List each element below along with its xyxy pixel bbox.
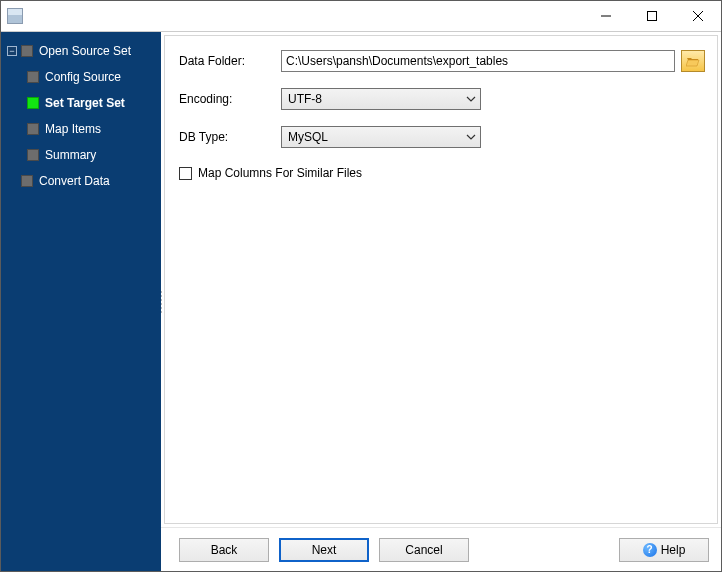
data-folder-input[interactable] — [281, 50, 675, 72]
step-marker-icon — [27, 123, 39, 135]
minimize-icon — [601, 11, 611, 21]
window-controls — [583, 1, 721, 31]
cancel-button[interactable]: Cancel — [379, 538, 469, 562]
chevron-down-icon — [466, 94, 476, 104]
next-button[interactable]: Next — [279, 538, 369, 562]
grip-icon — [160, 290, 163, 314]
db-type-label: DB Type: — [179, 130, 281, 144]
step-marker-icon — [21, 45, 33, 57]
back-button[interactable]: Back — [179, 538, 269, 562]
minimize-button[interactable] — [583, 1, 629, 31]
sidebar-item-map-items[interactable]: Map Items — [27, 116, 161, 142]
sidebar-item-open-source-set[interactable]: − Open Source Set — [7, 38, 161, 64]
sidebar-item-label: Map Items — [45, 122, 101, 136]
chevron-down-icon — [466, 132, 476, 142]
db-type-select[interactable]: MySQL — [281, 126, 481, 148]
help-button[interactable]: ? Help — [619, 538, 709, 562]
svg-rect-1 — [648, 12, 657, 21]
wizard-sidebar: − Open Source Set Config Source Set Targ… — [1, 32, 161, 571]
step-marker-icon — [27, 97, 39, 109]
app-window: − Open Source Set Config Source Set Targ… — [0, 0, 722, 572]
sidebar-item-label: Convert Data — [39, 174, 110, 188]
checkbox-icon — [179, 167, 192, 180]
sidebar-item-label: Set Target Set — [45, 96, 125, 110]
encoding-select[interactable]: UTF-8 — [281, 88, 481, 110]
sidebar-item-summary[interactable]: Summary — [27, 142, 161, 168]
step-marker-icon — [27, 149, 39, 161]
step-marker-icon — [21, 175, 33, 187]
back-button-label: Back — [211, 543, 238, 557]
titlebar — [1, 1, 721, 31]
encoding-value: UTF-8 — [288, 92, 322, 106]
map-columns-checkbox[interactable]: Map Columns For Similar Files — [179, 164, 705, 182]
sidebar-item-label: Summary — [45, 148, 96, 162]
map-columns-label: Map Columns For Similar Files — [198, 166, 362, 180]
data-folder-label: Data Folder: — [179, 54, 281, 68]
expand-placeholder: + — [7, 176, 17, 186]
maximize-icon — [647, 11, 657, 21]
sidebar-item-label: Config Source — [45, 70, 121, 84]
form-panel: Data Folder: Encoding: UTF-8 — [164, 35, 718, 524]
step-marker-icon — [27, 71, 39, 83]
sidebar-item-set-target-set[interactable]: Set Target Set — [27, 90, 161, 116]
close-button[interactable] — [675, 1, 721, 31]
help-button-label: Help — [661, 543, 686, 557]
help-icon: ? — [643, 543, 657, 557]
cancel-button-label: Cancel — [405, 543, 442, 557]
expand-toggle-icon[interactable]: − — [7, 46, 17, 56]
encoding-label: Encoding: — [179, 92, 281, 106]
wizard-button-bar: Back Next Cancel ? Help — [161, 527, 721, 571]
browse-folder-button[interactable] — [681, 50, 705, 72]
db-type-value: MySQL — [288, 130, 328, 144]
sidebar-resize-handle[interactable] — [158, 32, 164, 571]
close-icon — [693, 11, 703, 21]
main-panel: Data Folder: Encoding: UTF-8 — [161, 32, 721, 571]
app-icon — [7, 8, 23, 24]
next-button-label: Next — [312, 543, 337, 557]
sidebar-item-convert-data[interactable]: + Convert Data — [7, 168, 161, 194]
maximize-button[interactable] — [629, 1, 675, 31]
sidebar-item-config-source[interactable]: Config Source — [27, 64, 161, 90]
folder-open-icon — [686, 55, 700, 67]
sidebar-item-label: Open Source Set — [39, 44, 131, 58]
